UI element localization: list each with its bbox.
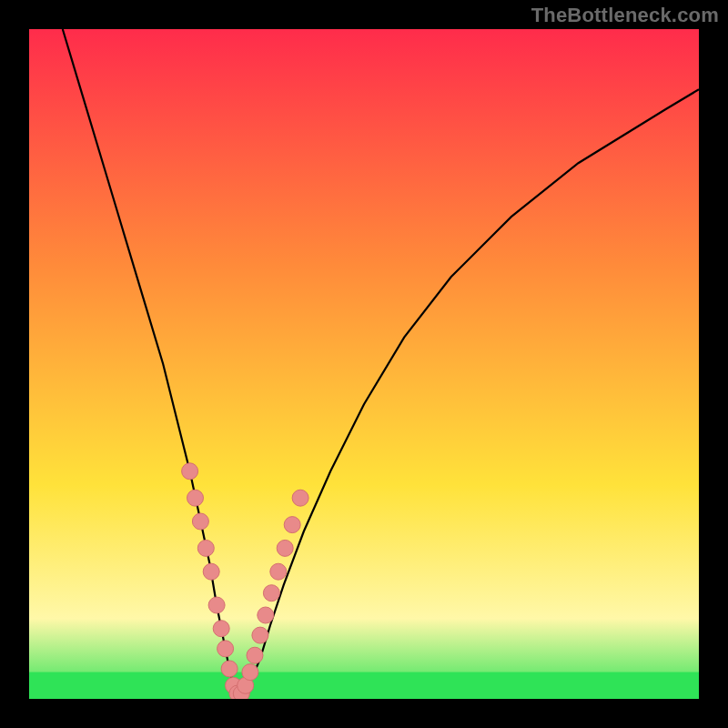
chart-frame: TheBottleneck.com (0, 0, 728, 728)
marker-dot (217, 641, 234, 657)
chart-svg (29, 29, 699, 699)
marker-dot (221, 661, 238, 677)
marker-dot (284, 517, 300, 533)
marker-dot (247, 647, 263, 663)
marker-dot (187, 490, 204, 506)
watermark-text: TheBottleneck.com (531, 4, 719, 27)
marker-dot (203, 563, 219, 580)
plot-area (29, 29, 699, 699)
gradient-background (29, 29, 699, 699)
marker-dot (270, 563, 287, 580)
marker-dot (292, 490, 308, 506)
green-band (29, 672, 699, 699)
marker-dot (277, 540, 293, 556)
marker-dot (263, 585, 279, 602)
marker-dot (242, 664, 258, 681)
marker-dot (252, 627, 268, 643)
marker-dot (213, 621, 229, 637)
marker-dot (182, 463, 198, 480)
marker-dot (258, 607, 274, 623)
marker-dot (192, 513, 208, 530)
marker-dot (197, 540, 214, 556)
marker-dot (208, 597, 225, 613)
